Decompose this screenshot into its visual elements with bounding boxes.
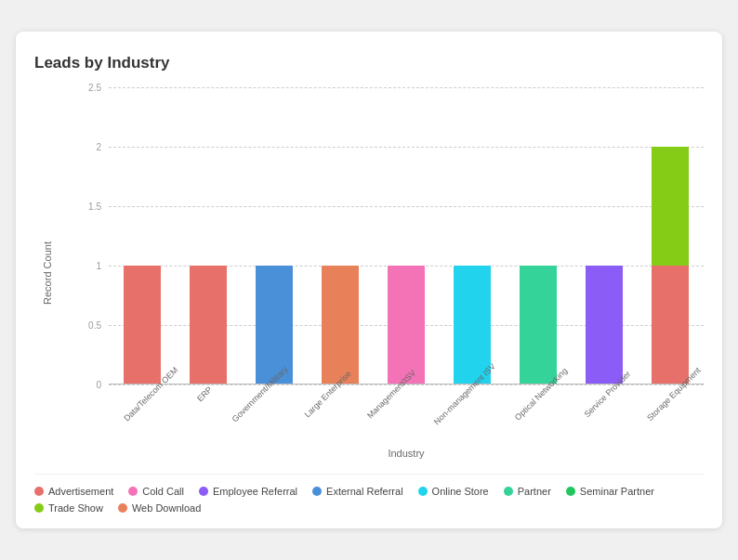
legend-item: Employee Referral <box>199 486 297 497</box>
legend-item: Advertisement <box>34 486 113 497</box>
bar <box>586 266 623 384</box>
legend-label: Seminar Partner <box>580 486 654 497</box>
y-axis-label: Record Count <box>42 241 53 305</box>
legend-color-dot <box>118 503 127 513</box>
legend-color-dot <box>418 487 428 496</box>
legend-label: Web Download <box>132 502 201 514</box>
bar-group <box>572 87 638 384</box>
legend-label: Cold Call <box>142 486 184 497</box>
bar-group <box>175 87 241 384</box>
bar-group <box>638 87 704 384</box>
bar-group <box>109 87 175 384</box>
legend: AdvertisementCold CallEmployee ReferralE… <box>34 474 704 514</box>
bars-container <box>109 87 704 384</box>
legend-color-dot <box>34 503 44 513</box>
bar-group <box>506 87 572 384</box>
grid-line-label: 1.5 <box>64 202 101 212</box>
legend-label: External Referral <box>326 486 403 497</box>
bar-group <box>373 87 439 384</box>
chart-title: Leads by Industry <box>34 54 704 72</box>
chart-area: Record Count 2.521.510.50 Data/Telecom O… <box>34 87 704 459</box>
grid-line-label: 2 <box>64 142 101 152</box>
legend-color-dot <box>504 487 513 496</box>
bar <box>124 266 161 384</box>
legend-color-dot <box>312 487 322 496</box>
legend-label: Partner <box>518 486 551 497</box>
legend-item: Partner <box>504 486 551 497</box>
grid-line-label: 0.5 <box>64 320 101 331</box>
bar-segment-top <box>652 147 689 266</box>
chart-card: Leads by Industry Record Count 2.521.510… <box>16 32 722 528</box>
grid-line-label: 1 <box>64 261 101 271</box>
legend-label: Online Store <box>432 486 489 497</box>
bar <box>190 266 227 384</box>
legend-item: Trade Show <box>34 502 103 514</box>
legend-color-dot <box>566 487 575 496</box>
bar <box>520 266 557 384</box>
bar-group <box>241 87 307 384</box>
legend-item: Seminar Partner <box>566 486 654 497</box>
legend-item: Web Download <box>118 502 201 514</box>
legend-item: Online Store <box>418 486 489 497</box>
legend-color-dot <box>199 487 208 496</box>
grid-line-label: 2.5 <box>64 83 101 93</box>
legend-color-dot <box>128 487 138 496</box>
x-axis-labels: Data/Telecom OEMERPGovernment/MilitaryLa… <box>109 388 704 444</box>
legend-label: Employee Referral <box>213 486 297 497</box>
bar-group <box>440 87 506 384</box>
grid-line-label: 0 <box>64 380 101 390</box>
legend-color-dot <box>34 487 44 496</box>
bar-group <box>307 87 373 384</box>
y-axis-label-container: Record Count <box>34 87 60 459</box>
plot-area: 2.521.510.50 <box>64 87 704 384</box>
bar <box>322 266 359 384</box>
legend-item: Cold Call <box>128 486 184 497</box>
legend-label: Trade Show <box>48 502 103 514</box>
x-axis-title: Industry <box>109 448 704 459</box>
legend-label: Advertisement <box>48 486 113 497</box>
chart-inner: 2.521.510.50 Data/Telecom OEMERPGovernme… <box>64 87 704 459</box>
legend-item: External Referral <box>312 486 403 497</box>
